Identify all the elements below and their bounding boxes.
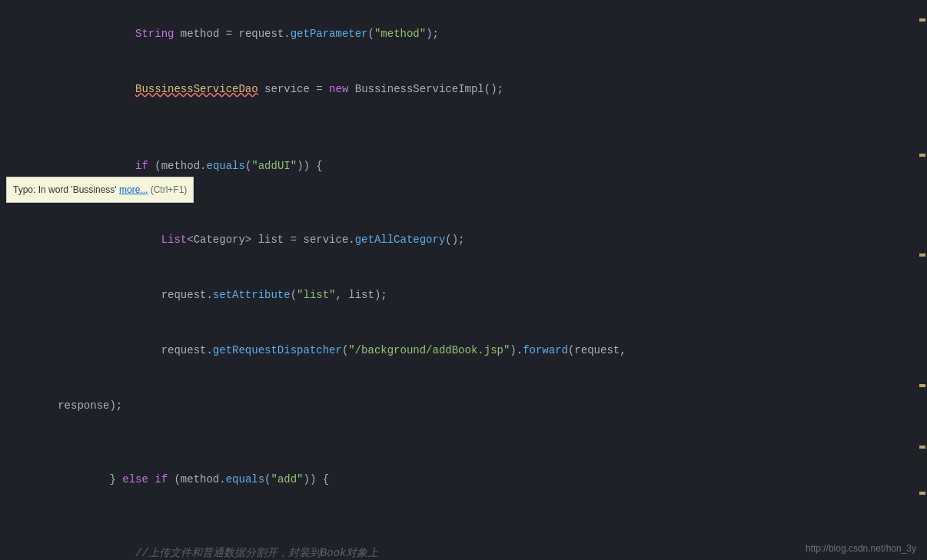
line-content-setAttribute-list: request.setAttribute("list", list); [0,267,919,323]
code-line-comment: //上传文件和普通数据分割开，封装到Book对象上 [0,525,927,560]
scroll-indicator-6 [919,492,925,495]
string-method: "method" [374,28,426,40]
method-getRequestDispatcher-1: getRequestDispatcher [213,344,342,356]
scroll-indicator-2 [919,154,925,157]
tooltip-text: Typo: In word 'Bussiness' [13,184,119,195]
type-BussinessServiceDao: BussinessServiceDao [135,83,258,95]
string-add: "add" [271,473,304,485]
code-line-empty-3 [0,507,927,525]
keyword-if: if [135,160,148,172]
scroll-indicator-4 [919,384,925,387]
tooltip-line: Typo: In word 'Bussiness' more... (Ctrl+… [0,117,927,138]
scroll-indicator-5 [919,446,925,449]
method-getParameter: getParameter [291,28,368,40]
keyword-new: new [329,83,348,95]
keyword-else-if-1: else if [122,473,168,485]
line-content-comment: //上传文件和普通数据分割开，封装到Book对象上 [0,525,919,560]
scroll-indicator-1 [919,18,925,22]
line-content-1: String method = request.getParameter("me… [0,6,919,61]
method-equals-add: equals [226,473,264,485]
code-line-2: BussinessServiceDao service = new Bussin… [0,61,927,117]
line-content-list: List<Category> list = service.getAllCate… [0,212,919,267]
code-line-1: String method = request.getParameter("me… [0,6,927,61]
comment-upload: //上传文件和普通数据分割开，封装到Book对象上 [58,547,378,559]
code-line-else-add: } else if (method.equals("add")) { [0,452,927,507]
line-content-else-add: } else if (method.equals("add")) { [0,452,919,507]
code-line-response-1: response); [0,378,927,433]
watermark: http://blog.csdn.net/hon_3y [806,543,916,554]
tooltip-shortcut: (Ctrl+F1) [148,184,187,195]
code-line-setAttribute-list: request.setAttribute("list", list); [0,267,927,323]
string-addUI: "addUI" [251,160,297,172]
tooltip-more-link[interactable]: more... [119,184,148,195]
line-content-dispatcher-addBook: request.getRequestDispatcher("/backgroun… [0,323,919,378]
scroll-indicator-3 [919,253,925,257]
method-equals-addUI: equals [206,160,244,172]
keyword-string: String [135,28,174,40]
string-list: "list" [297,289,335,301]
code-lines: String method = request.getParameter("me… [0,0,927,560]
code-editor: String method = request.getParameter("me… [0,0,927,560]
method-setAttribute-list: setAttribute [213,289,291,301]
keyword-list: List [161,234,188,246]
method-forward-1: forward [523,344,568,356]
code-line-empty-2 [0,433,927,452]
string-addBook-path: "/background/addBook.jsp" [348,344,510,356]
line-content-2: BussinessServiceDao service = new Bussin… [0,61,919,117]
line-content-response-1: response); [0,378,919,433]
code-line-list: List<Category> list = service.getAllCate… [0,212,927,267]
method-getAllCategory: getAllCategory [355,234,446,246]
typo-tooltip[interactable]: Typo: In word 'Bussiness' more... (Ctrl+… [6,177,194,203]
code-line-dispatcher-addBook: request.getRequestDispatcher("/backgroun… [0,323,927,378]
